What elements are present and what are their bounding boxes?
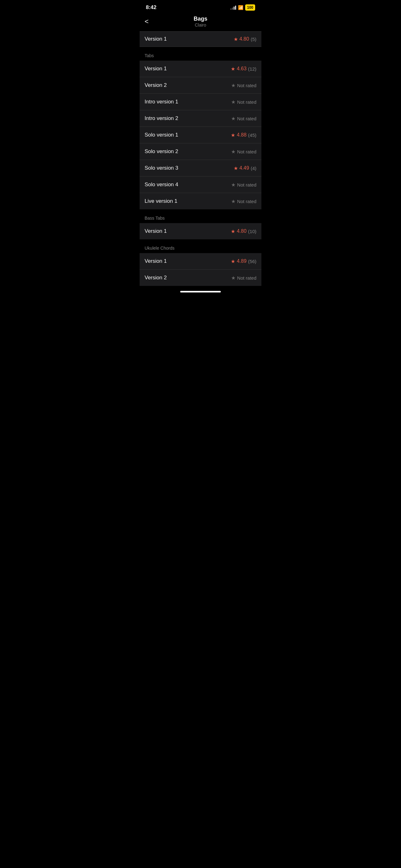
rating-value: 4.63 [237, 66, 246, 71]
rating-value: 4.49 [239, 165, 249, 171]
rating-value: 4.89 [237, 258, 246, 264]
list-item[interactable]: Intro version 2★Not rated [140, 110, 261, 127]
star-empty-icon: ★ [231, 149, 235, 155]
rating-group: ★4.63(12) [231, 66, 257, 72]
section-list-2: Version 1★4.89(56)Version 2★Not rated [140, 253, 261, 286]
list-item[interactable]: Live version 1★Not rated [140, 193, 261, 209]
list-item[interactable]: Version 1★4.63(12) [140, 61, 261, 77]
not-rated-label: Not rated [237, 99, 257, 105]
star-filled-icon: ★ [231, 228, 235, 234]
signal-icon [231, 5, 236, 10]
list-item[interactable]: Solo version 3★4.49(4) [140, 160, 261, 177]
list-item[interactable]: Version 1★4.89(56) [140, 253, 261, 270]
rating-group: ★4.88(45) [231, 132, 257, 138]
not-rated-label: Not rated [237, 182, 257, 187]
rating-group: ★4.89(56) [231, 258, 257, 264]
rating-group: ★Not rated [231, 198, 257, 204]
list-item-label: Version 1 [144, 228, 167, 234]
star-empty-icon: ★ [231, 198, 235, 204]
section-list-1: Version 1★4.80(10) [140, 223, 261, 239]
section-label-0: Tabs [140, 47, 261, 61]
top-version-row[interactable]: Version 1 ★ 4.80 (5) [140, 31, 261, 47]
back-button[interactable]: < [144, 18, 149, 26]
wifi-icon: 📶 [238, 5, 243, 10]
not-rated-label: Not rated [237, 149, 257, 154]
list-item-label: Solo version 3 [144, 165, 178, 171]
battery-indicator: 100 [245, 4, 255, 11]
list-item-label: Solo version 2 [144, 148, 178, 155]
header-title-group: Bags Clairo [194, 16, 207, 28]
rating-group: ★Not rated [231, 83, 257, 88]
rating-count: (10) [248, 229, 257, 234]
page-subtitle: Clairo [194, 23, 207, 28]
list-item-label: Solo version 4 [144, 182, 178, 188]
page-title: Bags [194, 16, 207, 22]
section-list-0: Version 1★4.63(12)Version 2★Not ratedInt… [140, 61, 261, 209]
rating-group: ★Not rated [231, 116, 257, 122]
list-item-label: Solo version 1 [144, 132, 178, 138]
status-icons: 📶 100 [231, 4, 255, 11]
list-item-label: Version 1 [144, 66, 167, 72]
star-filled-icon: ★ [231, 258, 235, 264]
star-empty-icon: ★ [231, 275, 235, 281]
star-empty-icon: ★ [231, 116, 235, 122]
rating-count: (12) [248, 66, 257, 71]
section-label-1: Bass Tabs [140, 209, 261, 223]
list-item[interactable]: Solo version 2★Not rated [140, 144, 261, 160]
status-time: 8:42 [146, 4, 157, 11]
star-empty-icon: ★ [231, 182, 235, 188]
list-item-label: Live version 1 [144, 198, 177, 204]
rating-value: 4.80 [239, 36, 249, 42]
list-item[interactable]: Version 2★Not rated [140, 270, 261, 286]
list-item[interactable]: Version 1★4.80(10) [140, 223, 261, 239]
list-item[interactable]: Version 2★Not rated [140, 77, 261, 94]
list-item-label: Intro version 2 [144, 115, 178, 122]
rating-count: (4) [251, 165, 257, 171]
not-rated-label: Not rated [237, 199, 257, 204]
rating-group: ★4.49(4) [234, 165, 257, 171]
list-item[interactable]: Solo version 1★4.88(45) [140, 127, 261, 144]
star-empty-icon: ★ [231, 99, 235, 105]
list-item-label: Version 1 [144, 258, 167, 264]
list-item[interactable]: Intro version 1★Not rated [140, 94, 261, 110]
rating-group: ★Not rated [231, 182, 257, 188]
rating-value: 4.88 [237, 132, 246, 138]
star-icon: ★ [234, 36, 238, 42]
list-item-label: Version 2 [144, 82, 167, 88]
star-empty-icon: ★ [231, 83, 235, 88]
top-version-rating: ★ 4.80 (5) [234, 36, 257, 42]
star-filled-icon: ★ [231, 132, 235, 138]
not-rated-label: Not rated [237, 83, 257, 88]
rating-group: ★4.80(10) [231, 228, 257, 234]
sections-container: TabsVersion 1★4.63(12)Version 2★Not rate… [140, 47, 261, 286]
star-filled-icon: ★ [234, 165, 238, 171]
list-item[interactable]: Solo version 4★Not rated [140, 177, 261, 193]
rating-count: (56) [248, 259, 257, 264]
list-item-label: Version 2 [144, 275, 167, 281]
rating-count: (45) [248, 132, 257, 138]
rating-count: (5) [251, 36, 257, 42]
not-rated-label: Not rated [237, 275, 257, 281]
rating-group: ★Not rated [231, 275, 257, 281]
not-rated-label: Not rated [237, 116, 257, 121]
home-indicator [180, 291, 221, 292]
rating-group: ★Not rated [231, 149, 257, 155]
rating-group: ★Not rated [231, 99, 257, 105]
star-filled-icon: ★ [231, 66, 235, 72]
page-header: < Bags Clairo [140, 13, 261, 31]
section-label-2: Ukulele Chords [140, 239, 261, 253]
status-bar: 8:42 📶 100 [140, 0, 261, 13]
list-item-label: Intro version 1 [144, 99, 178, 105]
top-version-label: Version 1 [144, 36, 167, 42]
rating-value: 4.80 [237, 228, 246, 234]
